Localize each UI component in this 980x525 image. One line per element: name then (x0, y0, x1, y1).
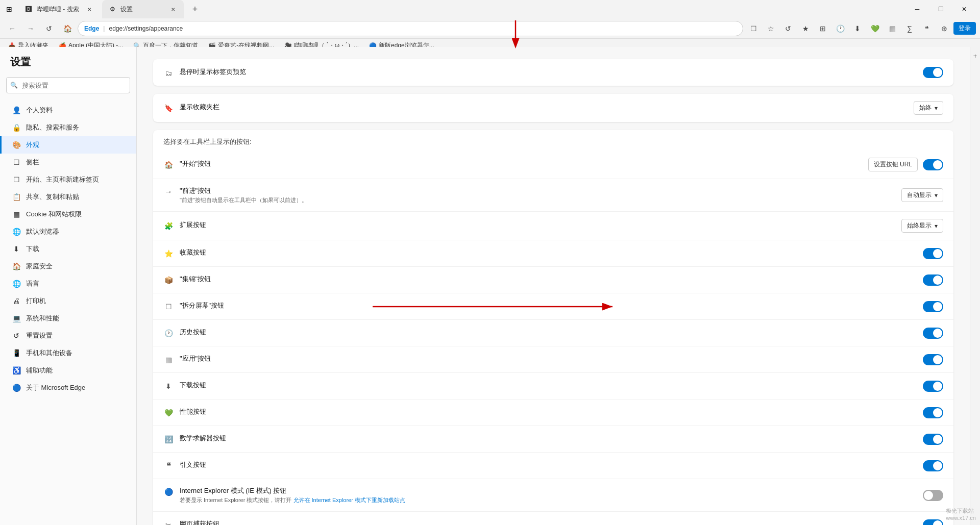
set-url-button[interactable]: 设置按钮 URL (868, 158, 918, 171)
address-separator: | (103, 25, 105, 32)
sidebar-item-about[interactable]: 🔵 关于 Microsoft Edge (0, 379, 136, 396)
split-screen-btn-toggle[interactable] (923, 301, 943, 312)
sidebar-item-printing[interactable]: 🖨 打印机 (0, 292, 136, 310)
refresh-button[interactable]: ↺ (41, 20, 57, 37)
apps-btn-icon: ▦ (163, 355, 174, 365)
profile-icon-button[interactable]: ⊕ (936, 20, 952, 37)
collections-btn-right (923, 274, 943, 286)
ie-mode-text: Internet Explorer 模式 (IE 模式) 按钮 若要显示 Int… (180, 486, 923, 504)
sidebar-item-start[interactable]: ☐ 开始、主页和新建标签页 (0, 171, 136, 188)
favorites-btn-toggle[interactable] (923, 248, 943, 259)
sidebar-item-appearance[interactable]: 🎨 外观 (0, 136, 136, 154)
favorites-bar-dropdown-label: 始终 (919, 104, 932, 112)
sidebar-item-mobile[interactable]: 📱 手机和其他设备 (0, 344, 136, 362)
collections-toolbar-button[interactable]: ⊞ (815, 20, 831, 37)
downloads-btn-toggle[interactable] (923, 381, 943, 392)
split-screen-btn-label: "拆分屏幕"按钮 (180, 301, 923, 310)
sidebar-item-family[interactable]: 🏠 家庭安全 (0, 258, 136, 275)
close-button[interactable]: ✕ (952, 0, 976, 18)
search-icon: 🔍 (10, 82, 18, 89)
back-button[interactable]: ← (4, 20, 20, 37)
ie-mode-icon: 🔵 (163, 487, 174, 497)
favorites-btn-right (923, 248, 943, 259)
ie-mode-right (923, 490, 943, 501)
new-tab-button[interactable]: + (186, 0, 204, 18)
favorites-bar-dropdown[interactable]: 始终 ▾ (914, 101, 943, 115)
performance-toolbar-button[interactable]: 💚 (867, 20, 883, 37)
address-bar[interactable]: Edge | edge://settings/appearance (78, 21, 743, 36)
citations-toolbar-button[interactable]: ❝ (919, 20, 935, 37)
sidebar-item-profile[interactable]: 👤 个人资料 (0, 102, 136, 119)
start-btn-icon: 🏠 (163, 160, 174, 170)
history-btn-toggle[interactable] (923, 328, 943, 339)
hover-preview-right (923, 67, 943, 78)
reset-icon: ↺ (12, 331, 21, 340)
sidebar-expand-button[interactable]: + (971, 51, 980, 60)
maximize-button[interactable]: ☐ (929, 0, 952, 18)
browser-essentials-button[interactable]: ↺ (780, 20, 796, 37)
downloads-toolbar-button[interactable]: ⬇ (849, 20, 866, 37)
math-btn-thumb (933, 435, 942, 444)
printing-icon: 🖨 (12, 296, 21, 306)
sidebar-item-language[interactable]: 🌐 语言 (0, 275, 136, 292)
mobile-icon: 📱 (12, 348, 21, 358)
sidebar-item-privacy[interactable]: 🔒 隐私、搜索和服务 (0, 119, 136, 136)
ie-mode-left: 🔵 Internet Explorer 模式 (IE 模式) 按钮 若要显示 I… (163, 486, 923, 504)
performance-btn-right (923, 407, 943, 418)
downloads-setting-icon: ⬇ (163, 381, 174, 391)
math-toolbar-button[interactable]: ∑ (901, 20, 918, 37)
apps-btn-thumb (933, 355, 942, 364)
ie-mode-link[interactable]: 允许在 Internet Explorer 模式下重新加载站点 (293, 497, 405, 503)
hover-preview-icon: 🗂 (163, 68, 174, 78)
sidebar-label-start: 开始、主页和新建标签页 (26, 175, 99, 184)
math-btn-toggle[interactable] (923, 434, 943, 445)
split-screen-toolbar-button[interactable]: ☐ (745, 20, 762, 37)
sidebar-label-privacy: 隐私、搜索和服务 (26, 123, 79, 132)
split-screen-btn-right (923, 301, 943, 312)
favorites-bar-text: 显示收藏夹栏 (180, 103, 914, 112)
about-icon: 🔵 (12, 383, 21, 392)
sidebar-label-language: 语言 (26, 279, 39, 288)
sidebar-item-accessibility[interactable]: ♿ 辅助功能 (0, 362, 136, 379)
sidebar-item-default-browser[interactable]: 🌐 默认浏览器 (0, 223, 136, 240)
favorites-bar-label: 显示收藏夹栏 (180, 103, 914, 112)
tab-close-bilibili[interactable]: ✕ (85, 5, 94, 14)
sidebar-item-share[interactable]: 📋 共享、复制和粘贴 (0, 188, 136, 206)
history-toolbar-button[interactable]: 🕐 (832, 20, 848, 37)
search-input[interactable] (6, 77, 130, 93)
sidebar-item-downloads[interactable]: ⬇ 下载 (0, 240, 136, 258)
math-btn-left: 🔢 数学求解器按钮 (163, 434, 923, 444)
tab-close-settings[interactable]: ✕ (168, 5, 178, 14)
favorites-bar-section: 🔖 显示收藏夹栏 始终 ▾ (153, 94, 953, 122)
sign-in-button[interactable]: 登录 (953, 22, 976, 35)
apps-btn-toggle[interactable] (923, 354, 943, 365)
tab-bilibili[interactable]: 🅱 哔哩哔哩 - 搜索 ✕ (18, 0, 100, 18)
tab-settings[interactable]: ⚙ 设置 ✕ (102, 0, 184, 18)
favorites-toolbar-button[interactable]: ☆ (763, 20, 779, 37)
sidebar-item-sidebar[interactable]: ☐ 侧栏 (0, 154, 136, 171)
performance-btn-toggle[interactable] (923, 407, 943, 418)
tab-title-bilibili: 哔哩哔哩 - 搜索 (37, 5, 81, 14)
app-icon: ⊞ (4, 4, 14, 14)
citation-btn-toggle[interactable] (923, 460, 943, 471)
minimize-button[interactable]: ─ (905, 0, 929, 18)
web-capture-toggle[interactable] (923, 519, 943, 526)
sidebar-item-reset[interactable]: ↺ 重置设置 (0, 327, 136, 344)
collections-btn-icon: 📦 (163, 275, 174, 285)
hover-preview-toggle[interactable] (923, 67, 943, 78)
math-btn-row: 🔢 数学求解器按钮 (153, 426, 953, 453)
ie-mode-toggle[interactable] (923, 490, 943, 501)
extensions-btn-dropdown[interactable]: 始终显示 ▾ (901, 219, 943, 233)
sidebar-item-system[interactable]: 💻 系统和性能 (0, 310, 136, 327)
extensions-btn-label: 扩展按钮 (180, 220, 901, 230)
start-btn-toggle[interactable] (923, 159, 943, 170)
forward-btn-dropdown[interactable]: 自动显示 ▾ (901, 188, 943, 202)
collections-btn-toggle[interactable] (923, 274, 943, 286)
sidebar-item-cookies[interactable]: ▦ Cookie 和网站权限 (0, 206, 136, 223)
favorites-star-button[interactable]: ★ (797, 20, 814, 37)
language-icon: 🌐 (12, 279, 21, 288)
forward-button[interactable]: → (22, 20, 39, 37)
home-button[interactable]: 🏠 (59, 20, 76, 37)
apps-toolbar-button[interactable]: ▦ (884, 20, 900, 37)
forward-btn-text: "前进"按钮 "前进"按钮自动显示在工具栏中（如果可以前进）。 (180, 186, 901, 204)
